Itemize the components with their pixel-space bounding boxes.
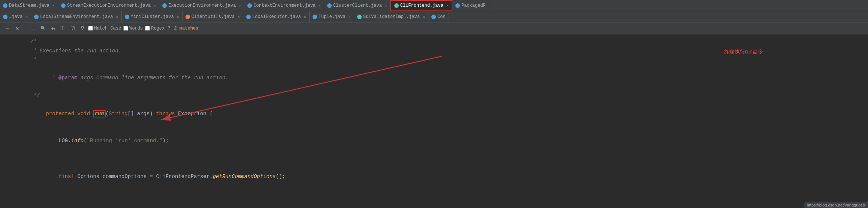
match-case-checkbox[interactable]: Match Case [88,26,121,31]
find-prev-button[interactable]: ← [3,25,11,32]
code-content-1: /* [27,37,862,46]
tab-label-execenv: ExecutionEnvironment.java [168,3,236,8]
regex-input[interactable] [145,26,150,31]
match-case-input[interactable] [88,26,93,31]
tab-execenv[interactable]: ExecutionEnvironment.java ✕ [159,0,244,11]
tab-icon-clusterclient [327,3,332,8]
status-bar: https://blog.csdn.net/yangguosb [804,202,868,208]
words-label: Words [129,26,143,31]
code-content-3: * [27,55,862,64]
tab-label-datastream: DataStream.java [9,3,49,8]
tab-icon-minicluster [125,15,129,19]
code-content-5: */ [27,91,862,100]
find-add-button[interactable]: +ₗ [49,25,56,32]
code-line-7: LOG.info("Running 'run' command."); [0,127,868,154]
code-line-1: /* [0,37,868,46]
tab-icon-execenv [162,3,167,8]
tab-close-localexecutor[interactable]: ✕ [304,15,306,19]
tab-close-minicluster[interactable]: ✕ [177,15,179,19]
tab-icon-sqlvalidator [357,15,362,19]
tab-icon-localexecutor [246,15,251,19]
tab-tuple[interactable]: Tuple.java ✕ [310,11,354,22]
tab-label-con: Con [437,14,446,19]
code-content-2: * Executions the run action. [27,46,862,55]
find-bar: ← ✕ ↑ ↓ 🔍 +ₗ ⊤ₗ ☑ ⊽ Match Case Words Reg… [0,22,868,34]
status-url: https://blog.csdn.net/yangguosb [807,203,865,207]
tab-close-tuple[interactable]: ✕ [349,15,351,19]
tab-label-clifrontend: CliFrontend.java [400,3,443,8]
code-line-3: * [0,55,868,64]
find-next-button[interactable]: ↑ [23,25,29,32]
tab-minicluster[interactable]: MiniCluster.java ✕ [122,11,183,22]
code-content-4: * @param args Command line arguments for… [27,64,862,91]
tab-clifrontend[interactable]: CliFrontend.java ✕ [391,0,452,11]
code-line-8 [0,154,868,163]
code-line-5: */ [0,91,868,100]
find-down-button[interactable]: ↓ [31,25,37,32]
tab-icon-packagedp [455,3,460,8]
code-line-4: * @param args Command line arguments for… [0,64,868,91]
tab-close-streamexec[interactable]: ✕ [154,3,156,8]
tab-close-clientutils[interactable]: ✕ [238,15,240,19]
tab-label-clusterclient: ClusterClient.java [333,3,382,8]
tab-streamexec[interactable]: StreamExecutionEnvironment.java ✕ [58,0,159,11]
tab-sqlvalidator[interactable]: SqlValidatorImpl.java ✕ [354,11,428,22]
tab-label-localexecutor: LocalExecutor.java [252,14,301,19]
tab-label-sqlvalidator: SqlValidatorImpl.java [363,14,420,19]
tab-close-sqlvalidator[interactable]: ✕ [423,15,425,19]
tab-icon-con [431,15,436,19]
help-button[interactable]: ? [168,26,170,31]
find-matches-count: 2 matches [174,26,198,31]
tab-clientutils[interactable]: ClientUtils.java ✕ [183,11,243,22]
regex-label: Regex [151,26,165,31]
code-line-6: protected void run(String[] args) throws… [0,100,868,127]
match-case-label: Match Case [94,26,121,31]
words-checkbox[interactable]: Words [123,26,143,31]
code-content-9: final Options commandOptions = CliFronte… [27,163,862,190]
tab-icon-tuple [313,15,317,19]
tab-icon-clientutils [186,15,190,19]
tab-contextenv[interactable]: ContextEnvironment.java ✕ [244,0,324,11]
tab-datastream[interactable]: DataStream.java ✕ [0,0,58,11]
tab-label-java: .java [9,14,22,19]
tab-localexecutor[interactable]: LocalExecutor.java ✕ [243,11,310,22]
tab-icon-localstream [34,15,39,19]
tab-label-tuple: Tuple.java [319,14,346,19]
regex-checkbox[interactable]: Regex [145,26,165,31]
find-filter-button[interactable]: ⊽ [79,25,86,32]
tab-con[interactable]: Con [428,11,449,22]
tab-java[interactable]: .java ✕ [0,11,31,22]
find-split-button[interactable]: ⊤ₗ [58,25,67,32]
tab-close-contextenv[interactable]: ✕ [319,3,321,8]
tab-packagedp[interactable]: PackagedP [452,0,489,11]
tab-clusterclient[interactable]: ClusterClient.java ✕ [324,0,391,11]
tab-icon-streamexec [61,3,66,8]
code-line-2: * Executions the run action. [0,46,868,55]
find-all-button[interactable]: 🔍 [39,25,47,31]
tab-close-clifrontend[interactable]: ✕ [446,3,449,8]
tab-label-streamexec: StreamExecutionEnvironment.java [67,3,151,8]
tab-label-packagedp: PackagedP [461,3,486,8]
tab-close-execenv[interactable]: ✕ [239,3,241,8]
tab-bar-row2: .java ✕ LocalStreamEnvironment.java ✕ Mi… [0,11,868,22]
tab-icon-clifrontend [394,3,399,8]
tab-localstream[interactable]: LocalStreamEnvironment.java ✕ [31,11,121,22]
tab-bar-row1: DataStream.java ✕ StreamExecutionEnviron… [0,0,868,11]
tab-close-datastream[interactable]: ✕ [52,3,55,8]
code-content-6: protected void run(String[] args) throws… [27,100,862,127]
find-close-button[interactable]: ✕ [13,25,21,32]
tab-close-clusterclient[interactable]: ✕ [385,3,387,8]
tab-icon-java [3,15,7,19]
tab-label-localstream: LocalStreamEnvironment.java [40,14,113,19]
find-check-button[interactable]: ☑ [69,25,77,32]
tab-close-localstream[interactable]: ✕ [116,15,118,19]
tab-close-java[interactable]: ✕ [25,15,28,19]
tab-icon-contextenv [247,3,252,8]
tab-label-minicluster: MiniCluster.java [131,14,174,19]
words-input[interactable] [123,26,128,31]
tab-label-clientutils: ClientUtils.java [192,14,235,19]
code-content-7: LOG.info("Running 'run' command."); [27,127,862,154]
code-editor: /* * Executions the run action. * * @par… [0,34,868,208]
tab-label-contextenv: ContextEnvironment.java [253,3,316,8]
tab-icon-datastream [3,3,7,8]
